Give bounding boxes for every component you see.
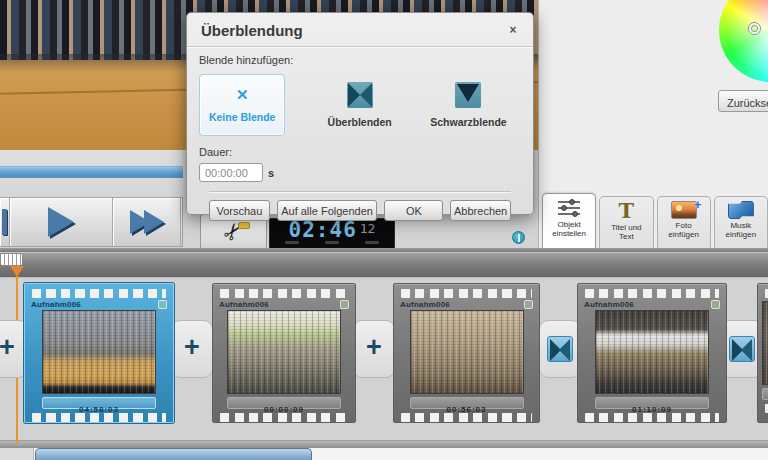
apply-to-all-button[interactable]: Auf alle Folgenden (277, 200, 378, 221)
option-label: Schwarzblende (430, 116, 506, 128)
option-schwarzblende[interactable]: Schwarzblende (416, 74, 521, 136)
previous-icon (2, 209, 7, 235)
clip-name: Aufnahm006 (584, 300, 634, 309)
playhead-marker[interactable] (10, 266, 24, 277)
clip-thumbnail (762, 301, 768, 385)
cancel-button[interactable]: Abbrechen (450, 200, 511, 221)
music-icon (728, 201, 754, 219)
transport-controls (0, 197, 183, 247)
clip-badge-icon (158, 300, 167, 309)
clip-badge-icon (524, 300, 533, 309)
close-icon[interactable]: × (505, 23, 521, 39)
object-info-icon[interactable] (512, 231, 525, 244)
clip-thumbnail (42, 310, 156, 394)
clip-thumbnail (410, 310, 524, 394)
duration-label: Dauer: (199, 146, 521, 158)
option-ueberblenden[interactable]: Überblenden (303, 74, 416, 136)
timeline-ruler[interactable] (0, 252, 768, 277)
transition-dialog: Überblendung × Blende hinzufügen: ✕ Kein… (186, 12, 534, 215)
fast-forward-button[interactable] (113, 198, 181, 246)
text-icon: T (619, 201, 635, 221)
tab-label-line2: einfügen (726, 230, 757, 239)
tab-label-line2: einstellen (552, 229, 586, 238)
horizontal-scrollbar[interactable] (35, 448, 312, 460)
tab-label-line1: Objekt (552, 220, 586, 229)
timeline-clip[interactable]: Aufnahm006 01:10:09 (577, 283, 727, 423)
timeline-clip[interactable]: Aufnahm006 00:00:09 (212, 283, 356, 423)
clip-badge-icon (711, 300, 720, 309)
ok-button[interactable]: OK (384, 200, 443, 221)
tab-objekt-einstellen[interactable]: Objekt einstellen (542, 193, 596, 248)
option-keine-blende[interactable]: ✕ Keine Blende (199, 74, 285, 136)
scissors-clip-chip (238, 222, 250, 229)
play-icon (48, 207, 74, 237)
fade-to-black-icon (455, 82, 481, 108)
tab-label-line2: einfügen (668, 230, 699, 239)
crossfade-transition-icon[interactable] (547, 336, 573, 362)
sliders-icon (556, 198, 582, 218)
clip-thumbnail (227, 310, 341, 394)
clip-name: Aufnahm006 (400, 300, 450, 309)
crossfade-transition-icon[interactable] (729, 336, 755, 362)
tab-label-line1: Foto (668, 221, 699, 230)
tab-label-line2: Text (611, 232, 641, 241)
timeline-scrub-handle[interactable] (0, 253, 23, 266)
clip-thumbnail (595, 310, 709, 394)
add-transition-button[interactable]: + (359, 333, 389, 363)
tab-musik-einfuegen[interactable]: Musik einfügen (714, 196, 768, 248)
clip-name: Aufnahm006 (219, 300, 269, 309)
tab-label-line1: Titel und (611, 223, 641, 232)
no-transition-icon: ✕ (236, 87, 249, 103)
clip-badge-icon (340, 300, 349, 309)
add-transition-button[interactable]: + (0, 333, 22, 363)
tab-foto-einfuegen[interactable]: + Foto einfügen (657, 196, 711, 248)
timecode-display: 02:46 12 (269, 218, 395, 249)
video-editor-window: ✂ 02:46 12 Zurücksetzen Objekt einstelle… (0, 0, 768, 460)
reset-button[interactable]: Zurücksetzen (718, 90, 768, 112)
photo-icon: + (671, 201, 697, 219)
option-label: Keine Blende (209, 111, 276, 123)
tab-titel-und-text[interactable]: T Titel und Text (599, 196, 653, 248)
add-transition-button[interactable]: + (177, 333, 207, 363)
tab-label-line1: Musik (726, 221, 757, 230)
previous-button[interactable] (0, 198, 10, 246)
mode-tabbar: Objekt einstellen T Titel und Text + Fot… (539, 193, 768, 248)
preview-button[interactable]: Vorschau (209, 200, 270, 221)
duration-unit: s (268, 167, 274, 179)
crossfade-icon (347, 82, 373, 108)
section-label: Blende hinzufügen: (199, 54, 521, 66)
timecode-main: 02:46 (289, 219, 357, 241)
duration-input[interactable] (199, 163, 263, 182)
color-wheel-selector[interactable] (749, 23, 760, 34)
timeline-clip[interactable] (757, 283, 768, 423)
timecode-frames: 12 (360, 219, 376, 239)
play-button[interactable] (10, 198, 113, 246)
clip-name: Aufnahm006 (31, 300, 81, 309)
timeline-clip[interactable]: Aufnahm006 00:56:03 (393, 283, 540, 423)
timeline-clip[interactable]: Aufnahm006 04:58:03 (24, 283, 174, 423)
dialog-title: Überblendung (201, 22, 303, 39)
option-label: Überblenden (328, 116, 392, 128)
seek-bar[interactable] (0, 166, 186, 178)
